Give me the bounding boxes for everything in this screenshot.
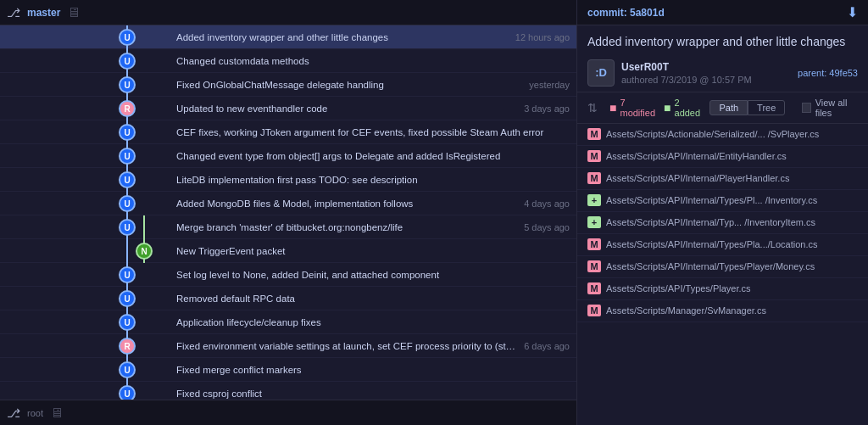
graph-area: R — [0, 97, 170, 120]
file-item[interactable]: MAssets/Scripts/API/Types/Player.cs — [577, 278, 868, 300]
commit-row[interactable]: UCEF fixes, working JToken argument for … — [0, 120, 576, 144]
file-type-icon: M — [587, 238, 601, 250]
graph-area: U — [0, 144, 170, 167]
commit-row[interactable]: UAdded inventory wrapper and other littl… — [0, 25, 576, 49]
author-name: UserR00T — [621, 61, 752, 73]
tree-toggle-btn[interactable]: Tree — [748, 100, 785, 115]
commit-row[interactable]: NNew TriggerEvent packet — [0, 239, 576, 263]
commit-time: 6 days ago — [524, 341, 576, 351]
commit-message: Fixed merge conflict markers — [170, 365, 576, 375]
file-path: Assets/Scripts/Actionable/Serialized/...… — [606, 129, 819, 139]
commit-time: 3 days ago — [524, 103, 576, 114]
graph-area: R — [0, 334, 170, 357]
commit-message: Changed event type from object[] args to… — [170, 151, 576, 161]
file-type-icon: + — [587, 194, 601, 206]
file-path: Assets/Scripts/API/Internal/Types/Pl... … — [606, 195, 817, 205]
commit-avatar: U — [119, 266, 136, 283]
graph-area: U — [0, 287, 170, 310]
file-item[interactable]: MAssets/Scripts/API/Internal/Types/Pla..… — [577, 234, 868, 256]
graph-area: U — [0, 25, 170, 48]
author-row: :D UserR00T authored 7/3/2019 @ 10:57 PM… — [587, 59, 858, 87]
commit-message: Fixed csproj conflict — [170, 389, 576, 399]
commit-avatar: U — [119, 195, 136, 212]
file-type-icon: M — [587, 260, 601, 272]
file-item[interactable]: +Assets/Scripts/API/Internal/Typ... /Inv… — [577, 212, 868, 234]
commit-list: UAdded inventory wrapper and other littl… — [0, 25, 576, 400]
file-type-icon: + — [587, 216, 601, 228]
commit-row[interactable]: UChanged customdata methods — [0, 49, 576, 73]
right-panel: commit: 5a801d ⬇ Added inventory wrapper… — [576, 0, 868, 425]
monitor-icon: 🖥 — [67, 5, 81, 20]
commit-row[interactable]: UFixed merge conflict markers — [0, 358, 576, 382]
commit-message: Set log level to None, added Deinit, and… — [170, 270, 576, 280]
commit-message: Changed customdata methods — [170, 56, 576, 66]
bottom-monitor-icon: 🖥 — [50, 405, 64, 421]
added-badge: ■ 2 added — [664, 98, 701, 118]
graph-area: U — [0, 310, 170, 333]
graph-area: U — [0, 358, 170, 381]
commit-message: Application lifecycle/cleanup fixes — [170, 317, 576, 327]
right-header: commit: 5a801d ⬇ — [577, 0, 868, 25]
commit-time: yesterday — [529, 80, 576, 90]
commit-avatar: U — [119, 76, 136, 93]
commit-title: Added inventory wrapper and other little… — [587, 34, 858, 51]
commit-row[interactable]: URemoved default RPC data — [0, 287, 576, 310]
commit-row[interactable]: RFixed environment variable settings at … — [0, 334, 576, 358]
file-path: Assets/Scripts/API/Types/Player.cs — [606, 283, 751, 294]
branch-icon: ⎇ — [7, 6, 20, 20]
graph-area: N — [0, 239, 170, 262]
commit-time: 5 days ago — [524, 222, 576, 232]
file-path: Assets/Scripts/API/Internal/Types/Pla...… — [606, 239, 817, 249]
file-type-icon: M — [587, 305, 601, 316]
commit-avatar: U — [119, 385, 136, 400]
commit-title-section: Added inventory wrapper and other little… — [577, 25, 868, 92]
file-item[interactable]: MAssets/Scripts/Actionable/Serialized/..… — [577, 124, 868, 146]
commit-row[interactable]: UFixed csproj conflict — [0, 382, 576, 400]
bottom-bar: ⎇ root 🖥 — [0, 400, 576, 425]
commit-row[interactable]: UApplication lifecycle/cleanup fixes — [0, 310, 576, 334]
file-item[interactable]: MAssets/Scripts/API/Internal/EntityHandl… — [577, 146, 868, 168]
graph-area: U — [0, 382, 170, 400]
commit-row[interactable]: UMerge branch 'master' of bitbucket.org:… — [0, 215, 576, 239]
commit-avatar: U — [119, 290, 136, 307]
graph-area: U — [0, 192, 170, 215]
graph-area: U — [0, 168, 170, 191]
commit-row[interactable]: USet log level to None, added Deinit, an… — [0, 263, 576, 287]
graph-area: U — [0, 215, 170, 238]
branch-label[interactable]: master — [27, 7, 60, 19]
file-item[interactable]: MAssets/Scripts/API/Internal/PlayerHandl… — [577, 168, 868, 190]
file-list: MAssets/Scripts/Actionable/Serialized/..… — [577, 124, 868, 425]
commit-hash-label: commit: 5a801d — [587, 7, 665, 19]
commit-avatar: U — [119, 53, 136, 70]
commit-row[interactable]: RUpdated to new eventhandler code3 days … — [0, 97, 576, 120]
commit-avatar: U — [119, 314, 136, 331]
commit-message: Removed default RPC data — [170, 294, 576, 304]
commit-row[interactable]: UAdded MongoDB files & Model, implementa… — [0, 192, 576, 215]
commit-row[interactable]: ULiteDB implementation first pass TODO: … — [0, 168, 576, 192]
sort-icon[interactable]: ⇅ — [587, 101, 598, 115]
commit-time: 12 hours ago — [515, 32, 576, 42]
file-path: Assets/Scripts/Manager/SvManager.cs — [606, 305, 766, 316]
commit-row[interactable]: UFixed OnGlobalChatMessage delegate hand… — [0, 73, 576, 97]
graph-area: U — [0, 120, 170, 143]
bottom-branch-icon: ⎇ — [7, 406, 20, 420]
graph-area: U — [0, 73, 170, 96]
file-item[interactable]: MAssets/Scripts/API/Internal/Types/Playe… — [577, 256, 868, 278]
view-all-checkbox[interactable] — [802, 103, 810, 113]
view-toggle: Path Tree — [709, 100, 785, 115]
commit-avatar: U — [119, 361, 136, 378]
commit-avatar: U — [119, 148, 136, 165]
commit-avatar: N — [136, 243, 153, 260]
path-toggle-btn[interactable]: Path — [709, 100, 748, 115]
commit-row[interactable]: UChanged event type from object[] args t… — [0, 144, 576, 168]
commit-avatar: R — [119, 338, 136, 355]
commit-avatar: U — [119, 124, 136, 141]
commit-message: LiteDB implementation first pass TODO: s… — [170, 175, 576, 185]
graph-area: U — [0, 49, 170, 72]
download-icon[interactable]: ⬇ — [847, 4, 858, 20]
commit-avatar: U — [119, 171, 136, 188]
file-item[interactable]: +Assets/Scripts/API/Internal/Types/Pl...… — [577, 190, 868, 212]
commit-time: 4 days ago — [524, 199, 576, 209]
file-item[interactable]: MAssets/Scripts/Manager/SvManager.cs — [577, 300, 868, 322]
file-path: Assets/Scripts/API/Internal/Typ... /Inve… — [606, 217, 815, 227]
